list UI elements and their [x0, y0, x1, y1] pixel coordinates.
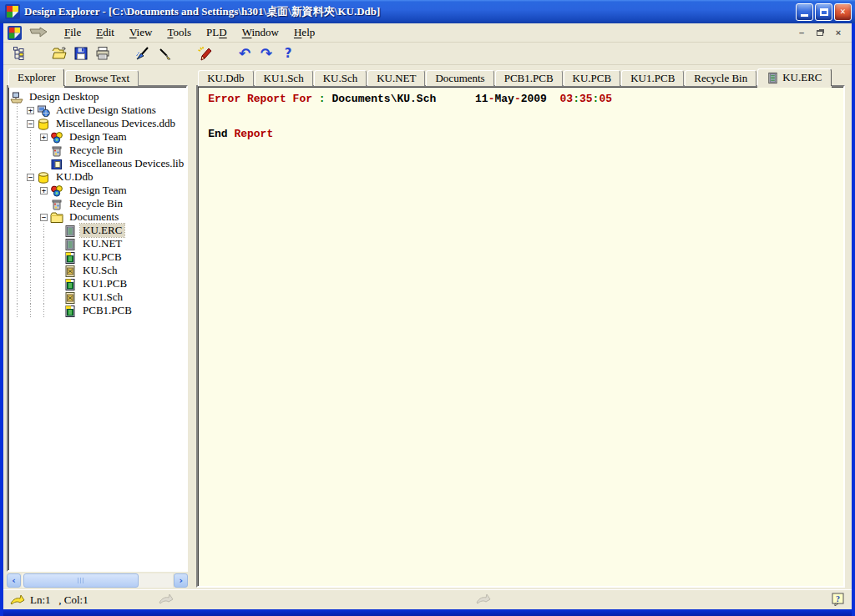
scroll-right-icon[interactable]: ›: [174, 573, 188, 588]
scrollbar-track[interactable]: [22, 573, 173, 588]
open-folder-button[interactable]: [49, 44, 69, 63]
doc-tab-ku-ddb[interactable]: KU.Ddb: [198, 70, 253, 86]
tree-item-label[interactable]: Design Desktop: [27, 90, 101, 104]
editor-text: -: [488, 93, 495, 105]
tree-item-miscellaneous-devices-lib[interactable]: Miscellaneous Devices.lib: [10, 157, 186, 170]
design-manager-button[interactable]: [9, 44, 29, 63]
tree-item-design-team[interactable]: +Design Team: [10, 184, 186, 197]
redo-button[interactable]: ↷: [256, 44, 276, 63]
doc-tab-ku-net[interactable]: KU.NET: [367, 70, 425, 86]
menu-view[interactable]: View: [122, 24, 159, 41]
doc-tab-ku1-sch[interactable]: KU1.Sch: [255, 70, 313, 86]
tree-item-label[interactable]: Active Design Stations: [53, 104, 159, 117]
folder-icon: [50, 211, 63, 224]
tree-item-label[interactable]: KU.PCB: [80, 250, 124, 264]
doc-tab-pcb1-pcb[interactable]: PCB1.PCB: [495, 70, 563, 86]
tree-guide: [23, 157, 37, 170]
menu-help[interactable]: Help: [286, 24, 322, 41]
document-system-menu-icon[interactable]: [8, 26, 22, 40]
collapse-icon[interactable]: −: [27, 174, 34, 181]
disabled-arrow-icon: [159, 593, 174, 604]
mdi-minimize-button[interactable]: –: [795, 27, 808, 38]
tree-item-label[interactable]: KU.ERC: [80, 224, 124, 237]
menu-window[interactable]: Window: [235, 24, 286, 41]
tree-item-label[interactable]: KU1.PCB: [80, 277, 129, 290]
tree-item-active-design-stations[interactable]: +Active Design Stations: [10, 104, 186, 117]
help-hint-icon[interactable]: ?: [832, 593, 845, 606]
tree-horizontal-scrollbar[interactable]: ‹ ›: [7, 573, 188, 588]
mdi-restore-button[interactable]: [813, 27, 827, 38]
tree-item-label[interactable]: Miscellaneous Devices.ddb: [53, 117, 178, 130]
doc-tab-label: PCB1.PCB: [504, 72, 554, 85]
tree-item-ku-erc[interactable]: KU.ERC: [10, 224, 186, 237]
tree-item-ku1-pcb[interactable]: KU1.PCB: [10, 277, 186, 290]
panel-splitter[interactable]: [188, 65, 196, 589]
panel-tab-browse-text[interactable]: Browse Text: [65, 70, 139, 86]
help-button[interactable]: ?: [278, 44, 298, 63]
tree-item-label[interactable]: KU1.Sch: [80, 290, 125, 304]
menu-pld[interactable]: PLD: [199, 24, 235, 41]
doc-tab-label: KU.Ddb: [207, 72, 244, 85]
tree-item-miscellaneous-devices-ddb[interactable]: −Miscellaneous Devices.ddb: [10, 117, 186, 130]
tree-item-recycle-bin[interactable]: Recycle Bin: [10, 197, 186, 210]
mdi-close-button[interactable]: ×: [832, 27, 845, 38]
tree-item-ku-net[interactable]: KU.NET: [10, 237, 186, 250]
doc-tab-documents[interactable]: Documents: [426, 70, 493, 86]
maximize-button[interactable]: [815, 3, 832, 21]
tree-item-label[interactable]: Recycle Bin: [67, 144, 125, 157]
menu-file[interactable]: File: [57, 24, 89, 41]
tree-item-ku-ddb[interactable]: −KU.Ddb: [10, 170, 186, 184]
save-button[interactable]: [71, 44, 91, 63]
doc-tab-label: KU.Sch: [323, 72, 358, 85]
expand-icon[interactable]: +: [40, 134, 48, 141]
tree-item-ku-pcb[interactable]: KU.PCB: [10, 250, 186, 264]
tree-item-ku-sch[interactable]: KU.Sch: [10, 264, 186, 277]
expand-icon[interactable]: +: [27, 107, 34, 114]
design-desktop-arrow-icon[interactable]: [28, 27, 48, 38]
tree-item-label[interactable]: PCB1.PCB: [80, 304, 134, 317]
minimize-button[interactable]: [796, 3, 813, 21]
menu-edit[interactable]: Edit: [89, 24, 122, 41]
doc-tab-ku-sch[interactable]: KU.Sch: [314, 70, 367, 86]
doc-tab-ku-pcb[interactable]: KU.PCB: [564, 70, 621, 86]
tree-item-design-team[interactable]: +Design Team: [10, 130, 186, 144]
wiring-tool-button[interactable]: [154, 44, 175, 63]
tree-item-design-desktop[interactable]: Design Desktop: [10, 90, 186, 104]
cursor-marker-icon: [10, 594, 25, 605]
scroll-left-icon[interactable]: ‹: [7, 573, 21, 588]
collapse-icon[interactable]: −: [40, 214, 48, 221]
tree-item-label[interactable]: KU.NET: [80, 237, 124, 250]
close-button[interactable]: ×: [834, 3, 852, 21]
expand-icon[interactable]: +: [40, 187, 48, 194]
tree-item-label[interactable]: KU.Sch: [80, 264, 120, 277]
doc-tab-recycle-bin[interactable]: Recycle Bin: [685, 70, 756, 86]
tree-item-label[interactable]: Miscellaneous Devices.lib: [67, 157, 186, 170]
panel-tab-explorer[interactable]: Explorer: [8, 68, 64, 86]
tree-item-documents[interactable]: −Documents: [10, 210, 186, 224]
collapse-icon[interactable]: −: [27, 120, 34, 128]
scrollbar-thumb[interactable]: [23, 573, 139, 588]
print-button[interactable]: [93, 44, 113, 63]
tree-item-ku1-sch[interactable]: KU1.Sch: [10, 290, 186, 304]
cross-probe-button[interactable]: [133, 44, 153, 63]
tree-guide: [37, 224, 50, 237]
tree-item-recycle-bin[interactable]: Recycle Bin: [10, 144, 186, 157]
tree-item-label[interactable]: Design Team: [67, 184, 129, 197]
tree-guide: [10, 117, 23, 130]
tree-item-label[interactable]: KU.Ddb: [53, 170, 95, 184]
tree-guide: [10, 104, 23, 117]
tree-item-label[interactable]: Documents: [67, 210, 121, 224]
doc-tab-ku1-pcb[interactable]: KU1.PCB: [621, 70, 684, 86]
tree-item-label[interactable]: Recycle Bin: [67, 197, 125, 210]
editor-text: Documents\KU.Sch 11: [326, 93, 488, 105]
tree-item-pcb1-pcb[interactable]: PCB1.PCB: [10, 304, 186, 317]
title-bar: Design Explorer - [C:\Documents and Sett…: [0, 0, 855, 23]
menu-tools[interactable]: Tools: [159, 24, 199, 41]
editor-text: Error Report For: [208, 93, 312, 105]
tree-item-label[interactable]: Design Team: [67, 130, 129, 144]
text-editor[interactable]: Error Report For : Documents\KU.Sch 11-M…: [196, 85, 845, 588]
spell-pen-button[interactable]: [195, 44, 215, 63]
team-icon: [50, 131, 63, 144]
undo-button[interactable]: ↶: [235, 44, 255, 63]
doc-tab-ku-erc[interactable]: KU.ERC: [757, 68, 831, 86]
